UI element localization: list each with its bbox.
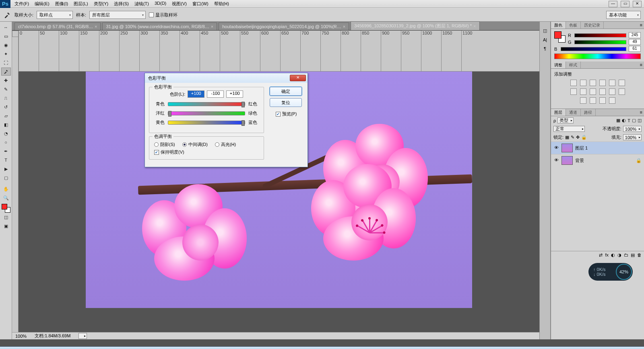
pen-tool[interactable]: ✒ [1,147,11,155]
new-group-icon[interactable]: 🗀 [624,253,628,258]
layer-thumbnail[interactable] [561,156,573,165]
close-icon[interactable]: × [473,24,476,29]
r-value[interactable]: 245 [629,32,641,38]
cyan-red-slider[interactable] [168,102,245,106]
adj-icon[interactable] [599,88,606,95]
panel-menu-icon[interactable]: ≡ [638,22,644,29]
b-value[interactable]: 61 [629,46,641,52]
tab-color[interactable]: 颜色 [551,22,566,29]
character-icon[interactable]: A| [543,37,547,42]
path-selection-tool[interactable]: ▶ [1,165,11,173]
highlights-radio[interactable]: 高光(H) [215,142,236,148]
b-slider[interactable] [561,47,626,51]
doc-tab-4[interactable]: 3456996_102850303139_2.jpg @ 100% (图层 1,… [351,21,479,30]
hand-tool[interactable]: ✋ [1,185,11,193]
visibility-toggle[interactable]: 👁 [553,145,559,151]
adj-icon[interactable] [609,97,615,104]
layer-row[interactable]: 👁 图层 1 [551,142,644,154]
eraser-tool[interactable]: ▱ [1,112,11,120]
marquee-tool[interactable]: ▭ [1,32,11,40]
histogram-icon[interactable]: ◫ [543,28,547,33]
brush-tool[interactable]: ✎ [1,85,11,93]
fill-value[interactable]: 100% [623,134,642,140]
g-slider[interactable] [574,40,626,44]
close-icon[interactable]: × [95,24,97,29]
zoom-tool[interactable]: 🔍 [1,194,11,202]
window-maximize[interactable]: ▭ [621,1,630,7]
doc-tab-1[interactable]: ct7xknoo.bmp @ 57.8% (31, RGB/8…× [14,23,101,30]
clone-stamp-tool[interactable]: ⎍ [1,94,11,102]
shadows-radio[interactable]: 阴影(S) [154,142,175,148]
menu-file[interactable]: 文件(F) [14,1,29,7]
yellow-blue-slider[interactable] [168,121,245,125]
workspace-switcher[interactable]: 基本功能 [606,11,641,19]
preserve-luminosity-checkbox[interactable]: ✔保持明度(V) [153,149,260,155]
tab-paths[interactable]: 路径 [581,109,596,116]
screen-mode-toggle[interactable]: ▣ [1,222,11,230]
zoom-value[interactable]: 100% [15,334,27,339]
healing-brush-tool[interactable]: ✚ [1,76,11,84]
paragraph-icon[interactable]: ¶ [544,46,546,51]
tab-channels[interactable]: 通道 [566,109,581,116]
filter-icon[interactable]: ▦ [616,118,620,123]
dialog-titlebar[interactable]: 色彩平衡 ✕ [145,73,308,83]
link-layers-icon[interactable]: ⇄ [599,253,603,258]
adj-icon[interactable] [580,97,586,104]
canvas[interactable]: 色彩平衡 ✕ 色彩平衡 色阶(L): +100 [86,72,472,308]
canvas-viewport[interactable]: 色彩平衡 ✕ 色彩平衡 色阶(L): +100 [19,72,539,332]
menu-view[interactable]: 视图(V) [172,1,187,7]
close-icon[interactable]: × [211,24,213,29]
adj-icon[interactable] [609,88,615,95]
foreground-background-colors[interactable] [2,204,10,213]
status-menu[interactable] [78,333,87,339]
reset-button[interactable]: 复位 [270,98,302,107]
new-fill-layer-icon[interactable]: ◑ [617,253,621,258]
window-close[interactable]: ✕ [633,1,642,7]
menu-layer[interactable]: 图层(L) [74,1,88,7]
adj-icon[interactable] [609,80,615,86]
adj-icon[interactable] [599,80,606,86]
level-input-cyan-red[interactable]: +100 [188,90,204,98]
doc-tab-2[interactable]: 31.jpg @ 100% (www.coreldrawchina.com, R… [102,23,217,30]
dialog-close-button[interactable]: ✕ [290,75,306,81]
layer-name[interactable]: 图层 1 [575,145,588,151]
close-icon[interactable]: × [343,24,345,29]
menu-edit[interactable]: 编辑(E) [35,1,50,7]
magenta-green-slider[interactable] [168,111,245,115]
filter-icon[interactable]: ▢ [632,118,636,123]
horizontal-ruler[interactable]: 0501001502002503003504004505005506006507… [19,31,539,72]
tab-adjustments[interactable]: 调整 [551,62,566,68]
layer-mask-icon[interactable]: ◐ [611,253,615,258]
tab-history[interactable]: 历史记录 [581,22,604,29]
doc-tab-3[interactable]: houtaobaisebeijinggaoqingtupian_5022014.… [219,23,349,30]
adj-icon[interactable] [570,88,577,95]
adj-icon[interactable] [580,88,586,95]
layer-fx-icon[interactable]: fx [605,253,609,258]
sample-size-select[interactable]: 取样点 [37,11,73,19]
filter-icon[interactable]: ◐ [622,118,626,123]
visibility-toggle[interactable]: 👁 [553,158,559,163]
new-layer-icon[interactable]: ▤ [631,253,635,258]
adj-icon[interactable] [599,97,606,104]
level-input-magenta-green[interactable]: -100 [207,90,224,98]
panel-menu-icon[interactable]: ≡ [638,109,644,116]
type-tool[interactable]: T [1,156,11,164]
tab-layers[interactable]: 图层 [551,109,566,116]
window-minimize[interactable]: — [609,1,617,7]
tab-styles[interactable]: 样式 [566,62,581,68]
quick-mask-toggle[interactable]: ◫ [1,213,11,221]
menu-type[interactable]: 类型(Y) [94,1,109,7]
move-tool[interactable]: ↔ [1,23,11,31]
network-widget[interactable]: ↑ 0K/s ↓ 0K/s 42% [588,263,633,281]
r-slider[interactable] [574,33,626,37]
crop-tool[interactable]: ⛶ [1,59,11,67]
delete-layer-icon[interactable]: 🗑 [637,253,642,258]
adj-icon[interactable] [570,80,577,86]
layer-row[interactable]: 👁 背景 🔒 [551,154,644,166]
history-brush-tool[interactable]: ↺ [1,103,11,111]
layer-filter-kind[interactable]: 类型 [557,117,574,123]
preview-checkbox[interactable]: ✔预览(P) [275,111,297,117]
menu-help[interactable]: 帮助(H) [214,1,229,7]
lock-pixels-icon[interactable]: ✎ [571,135,574,140]
adj-icon[interactable] [619,80,625,86]
